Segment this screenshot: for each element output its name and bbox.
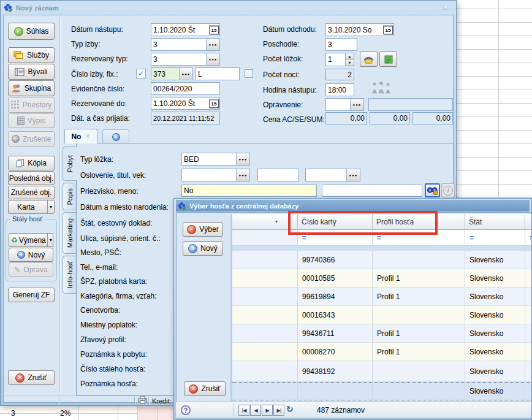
tab-add-record[interactable]: +: [102, 129, 129, 143]
close-icon[interactable]: ✕: [439, 2, 452, 12]
title-field[interactable]: [257, 169, 299, 181]
calendar-icon[interactable]: 15: [383, 25, 393, 34]
arrival-date-field[interactable]: 1.10.2020 Št 15: [151, 23, 220, 36]
reserved-until-field[interactable]: 1.10.2020 Št 15: [151, 97, 220, 110]
search-guest-button[interactable]: [425, 183, 440, 197]
record-number-field[interactable]: 00264/2020: [151, 82, 220, 95]
regular-number-label: Číslo stáleho hosťa:: [80, 365, 146, 373]
table-row[interactable]: 00016343 Slovensko: [232, 306, 532, 324]
lookup-dots-icon[interactable]: ●●●: [350, 99, 363, 110]
lookup-dots-icon[interactable]: ●●●: [206, 53, 219, 65]
reserved-type-field[interactable]: 3 ●●●: [151, 53, 220, 66]
app-flower-icon: [4, 3, 13, 12]
screen: 3 2% Nový záznam ✕ ✓ Súhlas Služby Býval…: [0, 0, 532, 420]
generate-zf-label: Generuj ZF: [13, 291, 50, 299]
room-number-field[interactable]: 373 ●●●: [151, 67, 193, 80]
chevron-down-icon[interactable]: ▾: [47, 200, 54, 213]
lookup-dots-icon[interactable]: ●●●: [236, 169, 249, 181]
confirm-button[interactable]: ✓ Súhlas: [8, 23, 55, 40]
pricing-label: Cenotvorba:: [80, 306, 120, 315]
select-guest-button[interactable]: ✓ Výber: [183, 222, 223, 237]
lookup-dots-icon[interactable]: ●●●: [236, 153, 249, 165]
table-row[interactable]: 00010585 Profil 1 Slovensko: [232, 269, 532, 288]
floor-field[interactable]: 3: [325, 38, 357, 51]
generate-zf-button[interactable]: Generuj ZF: [8, 288, 55, 302]
edit-button: ✎ Oprava: [9, 262, 53, 277]
nav-first-icon[interactable]: |◀: [238, 405, 249, 416]
tab-record-no[interactable]: No ✕: [64, 129, 97, 143]
last-order-button[interactable]: Posledná obj.: [8, 171, 55, 185]
nights-count-field: 2: [325, 69, 354, 80]
filter-cell[interactable]: =: [525, 230, 532, 246]
spinner[interactable]: ▲▼: [345, 53, 354, 66]
lookup-dots-icon[interactable]: ●●●: [206, 39, 219, 50]
ledger-icon: [15, 68, 25, 76]
table-row[interactable]: 99619894 Profil 1 Slovensko: [232, 288, 532, 306]
nav-last-icon[interactable]: ▶|: [273, 405, 284, 416]
spin-down-icon: ▼: [345, 60, 354, 66]
new-guest-label: Nový: [28, 251, 45, 259]
chevron-down-icon[interactable]: ▾: [47, 234, 54, 246]
room-type-label: Typ izby:: [71, 40, 100, 48]
room-suffix-field[interactable]: L: [196, 67, 240, 80]
cancelled-orders-button[interactable]: Zrušené obj.: [8, 186, 55, 199]
cancel-button[interactable]: ✕ Zrušiť: [8, 370, 55, 385]
printer-icon[interactable]: [138, 396, 147, 406]
tab-close-icon[interactable]: ✕: [85, 132, 90, 140]
surname-label: Priezvisko, meno:: [80, 187, 139, 196]
room-fix-checkbox[interactable]: ✓: [136, 69, 146, 78]
calendar-icon[interactable]: 15: [209, 99, 219, 108]
nav-prev-icon[interactable]: ◀: [250, 405, 261, 416]
beds-count-field[interactable]: 1 ▲▼: [325, 53, 354, 66]
sort-dropdown-icon[interactable]: ▾: [275, 219, 278, 224]
new-guest-record-button[interactable]: + Nový: [183, 241, 223, 256]
former-guests-button[interactable]: Bývali: [8, 64, 55, 80]
former-guests-label: Bývali: [28, 67, 47, 76]
authorization-field[interactable]: ●●●: [325, 98, 364, 111]
surname-field[interactable]: No: [181, 185, 317, 197]
tab-popis[interactable]: Popis: [63, 183, 76, 210]
table-row[interactable]: 00008270 Profil 1 Slovensko: [232, 343, 532, 361]
table-row[interactable]: 99438192 Slovensko: [232, 361, 532, 382]
lookup-dots-icon[interactable]: ●●●: [179, 68, 192, 80]
refresh-icon[interactable]: ↻: [286, 404, 294, 414]
bed-type-field[interactable]: BED ●●●: [181, 153, 250, 166]
arrival-hour-field[interactable]: 18:00: [325, 83, 354, 96]
column-header-extra[interactable]: [525, 214, 532, 230]
tab-info-host[interactable]: Info-hosť: [63, 256, 76, 294]
services-button[interactable]: Služby: [8, 47, 55, 63]
table-row[interactable]: 99740366 Slovensko: [232, 251, 532, 269]
group-button[interactable]: Skupina: [8, 80, 55, 96]
help-icon[interactable]: ?: [181, 405, 191, 415]
column-header-country[interactable]: Štát: [465, 214, 525, 230]
stay-note-label: Poznámka k pobytu:: [80, 350, 147, 359]
table-row-selected[interactable]: Slovensko: [232, 382, 532, 400]
lookup-dots-icon[interactable]: ●●●: [346, 169, 360, 181]
calendar-icon[interactable]: 15: [209, 25, 219, 34]
nav-next-icon[interactable]: ▶: [262, 405, 273, 416]
floor-label: Poschodie:: [263, 40, 299, 48]
age-field[interactable]: ●●●: [305, 169, 360, 181]
firstname-field[interactable]: [322, 185, 422, 197]
binoculars-icon: [427, 186, 438, 195]
exchange-button[interactable]: ♻ Výmena ▾: [9, 233, 53, 247]
room-option-checkbox[interactable]: [245, 69, 253, 78]
copy-button[interactable]: Kópia: [8, 156, 55, 170]
salutation-field[interactable]: ●●●: [181, 169, 250, 181]
green-doc-button[interactable]: [379, 52, 397, 67]
guest-note-label: Poznámka hosťa:: [80, 380, 138, 388]
hand-card-button[interactable]: [360, 52, 378, 67]
copy-icon: [16, 159, 25, 167]
card-button[interactable]: Karta ▾: [8, 200, 55, 214]
new-guest-button[interactable]: + Nový: [9, 248, 53, 262]
pencil-icon: ✎: [14, 265, 20, 274]
room-type-field[interactable]: 3 ●●●: [151, 38, 220, 51]
price-sum-field: 0,00: [412, 112, 453, 124]
cancel-select-button[interactable]: ✕ Zrušiť: [184, 381, 226, 396]
tab-marketing[interactable]: Marketing: [63, 212, 76, 254]
listing-label: Výpis: [28, 116, 45, 125]
filter-cell[interactable]: =: [465, 230, 525, 246]
tab-pobyt[interactable]: Pobyt: [63, 147, 77, 181]
table-row[interactable]: 99436711 Profil 1 Slovensko: [232, 324, 532, 343]
departure-date-field[interactable]: 3.10.2020 So 15: [325, 23, 394, 36]
